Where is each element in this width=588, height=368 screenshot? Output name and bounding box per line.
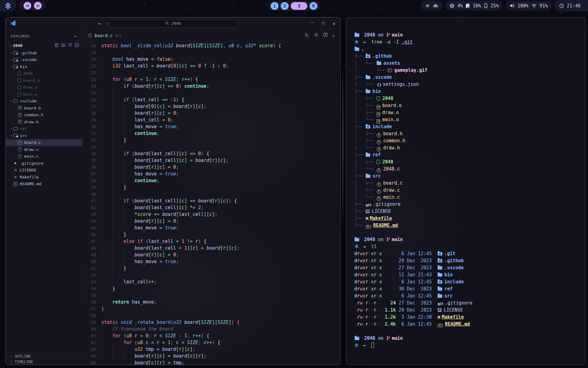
code-line-41[interactable]: 41if (board[last_cell][c] == board[r][c]… [82, 197, 340, 204]
code-line-52[interactable]: 52 [82, 272, 340, 278]
code-line-51[interactable]: 51} [82, 265, 340, 272]
media-prev-button[interactable] [24, 2, 31, 10]
workspace-2[interactable]: 2 [281, 2, 289, 10]
command-center-search[interactable]: 2048 [109, 19, 237, 28]
code-line-27[interactable]: 27board[0][c] = board[r][c]; [82, 103, 340, 110]
explorer-item-common.h[interactable]: common.h [6, 112, 82, 119]
code-line-30[interactable]: 30has_move = true; [82, 123, 340, 130]
tab-board-c[interactable]: board.c src [82, 30, 127, 41]
workspace-8[interactable]: 8 [310, 2, 318, 10]
code-line-22[interactable]: 22 [82, 69, 340, 76]
code-line-40[interactable]: 40 [82, 191, 340, 197]
code-line-35[interactable]: 35board[last_cell][c] = board[r][c]; [82, 157, 340, 164]
explorer-item-.github[interactable]: .github [6, 49, 82, 56]
explorer-item-draw.h[interactable]: draw.h [6, 118, 82, 125]
code-line-55[interactable]: 55 [82, 292, 340, 299]
terminal-window[interactable]: 2048 on main → tree -a -I .git.├── .gith… [346, 17, 586, 365]
collapse-folders-button[interactable] [75, 43, 79, 48]
code-line-50[interactable]: 50has_move = true; [82, 258, 340, 265]
explorer-item-src[interactable]: src [6, 132, 82, 139]
code-line-36[interactable]: 36board[r][c] = 0; [82, 164, 340, 171]
code-line-19[interactable]: 19 [82, 49, 340, 56]
timeline-section[interactable]: TIMELINE [6, 359, 82, 365]
code-editor[interactable]: 18static bool _slide_col(u32 board[SIZE]… [82, 41, 340, 365]
code-line-33[interactable]: 33 [82, 144, 340, 150]
code-line-64[interactable]: 64board[r][c] = board[c][r]; [82, 353, 340, 359]
explorer-item-2048[interactable]: 2048 [6, 70, 82, 77]
explorer-item-main.c[interactable]: main.c [6, 153, 82, 160]
code-line-31[interactable]: 31continue; [82, 130, 340, 137]
explorer-item-bin[interactable]: bin [6, 63, 82, 70]
code-line-24[interactable]: 24if (board[r][c] == 0) continue; [82, 83, 340, 90]
nav-back-button[interactable]: ← [98, 21, 101, 26]
code-line-57[interactable]: 57} [82, 305, 340, 312]
explorer-item-board.h[interactable]: board.h [6, 105, 82, 112]
code-line-38[interactable]: 38continue; [82, 177, 340, 184]
close-editor-button[interactable]: ✕ [332, 33, 335, 38]
code-line-34[interactable]: 34if (board[last_cell][c] == 0) { [82, 150, 340, 157]
line-number: 34 [82, 150, 96, 157]
code-line-62[interactable]: 62for (u8 c = r + 1; c < SIZE; c++) { [82, 339, 340, 346]
workspace-1[interactable]: 1 [271, 2, 279, 10]
code-line-26[interactable]: 26if (last_cell == -1) { [82, 96, 340, 103]
code-line-61[interactable]: 61for (u8 r = 0; r < SIZE - 1; r++) { [82, 332, 340, 339]
code-line-54[interactable]: 54} [82, 285, 340, 292]
code-line-25[interactable]: 25 [82, 90, 340, 96]
media-next-button[interactable] [34, 2, 42, 10]
code-line-44[interactable]: 44board[r][c] = 0; [82, 218, 340, 224]
explorer-root-folder[interactable]: 2048 [6, 42, 82, 49]
terminal-list-line: drwxr-xr-x - 11 Jan 21:43 bin [354, 271, 585, 278]
explorer-item-.gitignore[interactable]: .gitignore [6, 160, 82, 167]
code-line-37[interactable]: 37has_move = true; [82, 171, 340, 177]
code-line-20[interactable]: 20bool has_move = false; [82, 56, 340, 63]
code-line-32[interactable]: 32} [82, 137, 340, 144]
editor-tab-bar: board.c src ✕ [82, 30, 340, 41]
code-line-56[interactable]: 56return has_move; [82, 299, 340, 305]
minimize-button[interactable]: ─ [311, 20, 314, 27]
refresh-button[interactable] [68, 43, 72, 48]
code-line-47[interactable]: 47else if (last_cell + 1 != r) { [82, 238, 340, 245]
code-line-53[interactable]: 53last_cell++; [82, 278, 340, 285]
code-line-28[interactable]: 28board[r][c] = 0; [82, 110, 340, 117]
explorer-item-board.o[interactable]: board.o [6, 77, 82, 84]
code-line-18[interactable]: 18static bool _slide_col(u32 board[SIZE]… [82, 42, 340, 49]
gear-icon[interactable] [314, 33, 318, 38]
code-line-60[interactable]: 60// transpose the board [82, 326, 340, 332]
code-line-49[interactable]: 49board[r][c] = 0; [82, 251, 340, 258]
explorer-item-.vscode[interactable]: .vscode [6, 56, 82, 63]
code-line-21[interactable]: 21i32 last_cell = board[0][c] == 0 ? -1 … [82, 63, 340, 69]
vscode-titlebar[interactable]: ← → 2048 ─ □ ✕ [6, 17, 340, 30]
explorer-item-ref[interactable]: ref [6, 125, 82, 132]
maximize-button[interactable]: □ [322, 20, 324, 27]
split-editor-button[interactable] [323, 33, 328, 38]
close-button[interactable]: ✕ [333, 20, 335, 27]
explorer-item-include[interactable]: include [6, 98, 82, 105]
explorer-more-actions-button[interactable]: ⋯ [74, 34, 77, 39]
terminal-cursor[interactable] [371, 343, 374, 348]
code-line-23[interactable]: 23for (u8 r = 1; r < SIZE; r++) { [82, 76, 340, 83]
code-line-42[interactable]: 42board[last_cell][c] *= 2; [82, 204, 340, 211]
explorer-item-draw.o[interactable]: draw.o [6, 84, 82, 91]
code-line-65[interactable]: 65board[c][r] = tmp; [82, 359, 340, 365]
workspace-3[interactable]: 3 [291, 2, 307, 10]
code-line-39[interactable]: 39} [82, 184, 340, 191]
outline-section[interactable]: OUTLINE [6, 353, 82, 359]
new-file-button[interactable] [55, 43, 59, 48]
code-line-59[interactable]: 59static void _rotate_board(u32 board[SI… [82, 319, 340, 326]
explorer-item-main.o[interactable]: main.o [6, 91, 82, 98]
launcher-button[interactable] [0, 0, 16, 11]
code-line-29[interactable]: 29last_cell = 0; [82, 117, 340, 123]
explorer-item-draw.c[interactable]: draw.c [6, 146, 82, 153]
code-line-58[interactable]: 58 [82, 312, 340, 319]
new-folder-button[interactable] [61, 43, 66, 48]
run-file-button[interactable] [304, 33, 309, 39]
code-line-45[interactable]: 45has_move = true; [82, 224, 340, 231]
code-line-43[interactable]: 43*score += board[last_cell][c]; [82, 211, 340, 218]
code-line-48[interactable]: 48board[last_cell + 1][c] = board[r][c]; [82, 245, 340, 251]
code-line-63[interactable]: 63u32 tmp = board[r][c]; [82, 346, 340, 353]
code-line-46[interactable]: 46} [82, 231, 340, 238]
explorer-item-README.md[interactable]: README.md [6, 181, 82, 188]
explorer-item-Makefile[interactable]: Makefile [6, 174, 82, 181]
explorer-item-board.c[interactable]: board.c [6, 139, 82, 146]
explorer-item-LICENSE[interactable]: LICENSE [6, 167, 82, 174]
